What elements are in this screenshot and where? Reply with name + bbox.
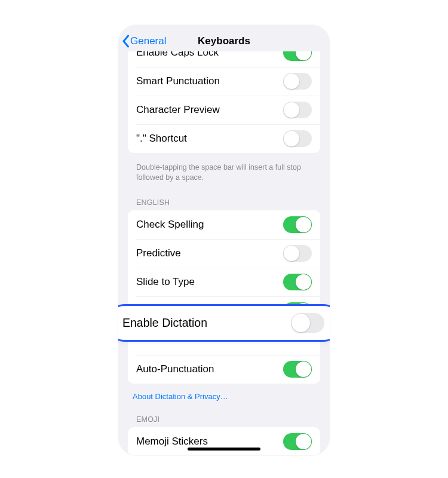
link-about-dictation-privacy[interactable]: About Dictation & Privacy… — [118, 390, 330, 409]
toggle-predictive[interactable] — [283, 245, 312, 262]
row-check-spelling[interactable]: Check Spelling — [128, 210, 320, 239]
row-character-preview[interactable]: Character Preview — [128, 96, 320, 124]
row-label: "." Shortcut — [136, 133, 187, 145]
toggle-period-shortcut[interactable] — [283, 130, 312, 147]
row-smart-punctuation[interactable]: Smart Punctuation — [128, 67, 320, 96]
row-label: Memoji Stickers — [136, 436, 208, 448]
toggle-check-spelling[interactable] — [283, 216, 312, 233]
section-header-emoji: EMOJI — [118, 409, 330, 427]
navbar: General Keyboards — [118, 25, 330, 51]
row-enable-dictation-placeholder — [128, 325, 320, 355]
scroll-area[interactable]: Enable Caps Lock Smart Punctuation Chara… — [118, 51, 330, 455]
row-predictive[interactable]: Predictive — [128, 239, 320, 268]
phone-frame: General Keyboards Enable Caps Lock Smart… — [118, 25, 330, 455]
row-period-shortcut[interactable]: "." Shortcut — [128, 124, 320, 153]
row-auto-punctuation[interactable]: Auto-Punctuation — [128, 355, 320, 384]
row-label: Predictive — [136, 247, 181, 259]
back-label: General — [130, 35, 166, 47]
row-label: Delete Slide-to-Type by Word — [136, 305, 269, 317]
toggle-enable-caps-lock[interactable] — [283, 51, 312, 61]
toggle-character-preview[interactable] — [283, 102, 312, 118]
group-english: Check Spelling Predictive Slide to Type … — [128, 210, 320, 384]
back-button[interactable]: General — [122, 31, 166, 51]
row-label: Check Spelling — [136, 219, 204, 231]
page-title: Keyboards — [198, 35, 250, 47]
toggle-delete-slide-by-word[interactable] — [283, 302, 312, 319]
row-label: Auto-Punctuation — [136, 363, 214, 375]
chevron-left-icon — [122, 35, 130, 48]
row-label: Smart Punctuation — [136, 75, 220, 87]
row-label: Enable Caps Lock — [136, 51, 219, 59]
toggle-memoji-stickers[interactable] — [283, 433, 312, 450]
row-slide-to-type[interactable]: Slide to Type — [128, 268, 320, 296]
row-label: Slide to Type — [136, 276, 195, 288]
toggle-auto-punctuation[interactable] — [283, 361, 312, 378]
group-all-keyboards: Enable Caps Lock Smart Punctuation Chara… — [128, 51, 320, 153]
row-delete-slide-by-word[interactable]: Delete Slide-to-Type by Word — [128, 296, 320, 325]
section-header-english: ENGLISH — [118, 192, 330, 210]
home-indicator[interactable] — [188, 448, 260, 451]
row-label: Character Preview — [136, 104, 220, 116]
toggle-slide-to-type[interactable] — [283, 274, 312, 290]
row-enable-caps-lock[interactable]: Enable Caps Lock — [128, 51, 320, 67]
row-memoji-stickers[interactable]: Memoji Stickers — [128, 427, 320, 455]
toggle-smart-punctuation[interactable] — [283, 73, 312, 90]
group-footer: Double-tapping the space bar will insert… — [118, 159, 330, 192]
group-emoji: Memoji Stickers — [128, 427, 320, 455]
